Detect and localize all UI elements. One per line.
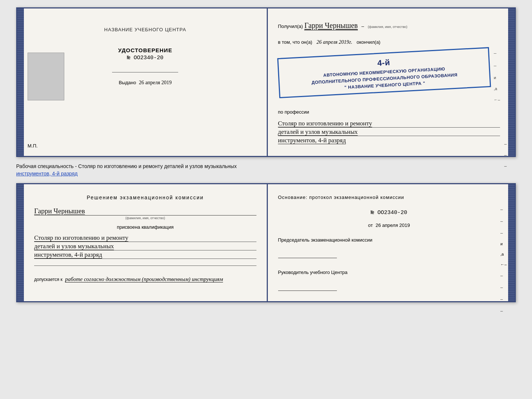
vydano-line: Выдано 26 апреля 2019: [119, 80, 172, 86]
dopuskaetsya-label: допускается к: [34, 277, 62, 282]
bottom-page-left: Решением экзаменационной комиссии Гарри …: [17, 184, 268, 301]
predsedatel-signature-line: [278, 251, 337, 258]
bottom-right-dashes: – – – и ,а ←– – – – –: [500, 206, 507, 314]
profession-line2: деталей и узлов музыкальных: [278, 128, 500, 136]
qual-line3: инструментов, 4-й разряд: [34, 251, 256, 259]
profession-line3: инструментов, 4-й разряд: [278, 137, 500, 144]
right-dashes-top: – – и ,а ←–: [494, 50, 500, 102]
profession-line1: Столяр по изготовлению и ремонту: [278, 120, 500, 128]
udostoverenie-block: УДОСТОВЕРЕНИЕ № OO2340-20: [118, 47, 172, 61]
top-document-spread: НАЗВАНИЕ УЧЕБНОГО ЦЕНТРА УДОСТОВЕРЕНИЕ №…: [16, 7, 516, 157]
mp-label: М.П.: [28, 143, 37, 149]
photo-placeholder: [28, 53, 64, 100]
bottom-person-name: Гарри Чернышев: [34, 207, 256, 215]
vtom-prefix: в том, что он(а): [278, 39, 312, 45]
po-professii-label: по профессии: [278, 109, 500, 115]
top-page-right: Получил(а) Гарри Чернышев – (фамилия, им…: [268, 8, 515, 156]
top-page-left: НАЗВАНИЕ УЧЕБНОГО ЦЕНТРА УДОСТОВЕРЕНИЕ №…: [17, 8, 268, 156]
ot-label: от: [368, 222, 373, 228]
profession-block: Столяр по изготовлению и ремонту деталей…: [278, 120, 500, 145]
dopuskaetsya-block: допускается к работе согласно должностны…: [34, 276, 256, 282]
stamp-block: 4-й АВТОНОМНУЮ НЕКОММЕРЧЕСКУЮ ОРГАНИЗАЦИ…: [277, 47, 491, 98]
rukovoditel-signature-line: [278, 284, 337, 291]
udostoverenie-number: № OO2340-20: [127, 55, 163, 61]
poluchil-prefix: Получил(а): [278, 24, 303, 29]
qualification-block: Столяр по изготовлению и ремонту деталей…: [34, 234, 256, 260]
qual-line2: деталей и узлов музыкальных: [34, 243, 256, 250]
predsedatel-label: Председатель экзаменационной комиссии: [278, 237, 500, 243]
fio-hint-top: (фамилия, имя, отчество): [368, 25, 407, 29]
caption-text2: инструментов, 4-й разряд: [16, 171, 78, 177]
right-dashes-bottom: – – –: [504, 141, 507, 169]
udostoverenie-title: УДОСТОВЕРЕНИЕ: [118, 47, 172, 53]
predsedatel-block: Председатель экзаменационной комиссии: [278, 237, 500, 258]
ot-date-block: от 26 апреля 2019: [278, 222, 500, 228]
document-caption: Рабочая специальность - Столяр по изгото…: [16, 163, 516, 177]
dopuskaetsya-value: работе согласно должностным (производств…: [65, 276, 223, 282]
rukovoditel-block: Руководитель учебного Центра: [278, 269, 500, 291]
protocol-number: № OO2340-20: [278, 210, 500, 216]
poluchil-line: Получил(а) Гарри Чернышев – (фамилия, им…: [278, 21, 500, 31]
bottom-fio-hint: (фамилия, имя, отчество): [34, 216, 256, 220]
prisvoena-text: присвоена квалификация: [34, 224, 256, 230]
vydano-label: Выдано: [119, 80, 136, 85]
okonchil: окончил(а): [356, 39, 380, 45]
bottom-name-block: Гарри Чернышев (фамилия, имя, отчество): [34, 207, 256, 220]
rukovoditel-label: Руководитель учебного Центра: [278, 269, 500, 276]
vydano-date: 26 апреля 2019: [139, 80, 172, 85]
bottom-document-spread: Решением экзаменационной комиссии Гарри …: [16, 183, 516, 302]
osnovanie-text: Основание: протокол экзаменационной коми…: [278, 195, 500, 200]
caption-text1: Рабочая специальность - Столяр по изгото…: [16, 163, 237, 169]
vtom-block: в том, что он(а) 26 апреля 2019г. окончи…: [278, 39, 500, 45]
ot-date: 26 апреля 2019: [375, 222, 410, 228]
bottom-page-right: Основание: протокол экзаменационной коми…: [268, 184, 515, 301]
recipient-name: Гарри Чернышев: [304, 21, 357, 31]
vtom-date: 26 апреля 2019г.: [317, 39, 352, 45]
org-name-label: НАЗВАНИЕ УЧЕБНОГО ЦЕНТРА: [104, 27, 186, 32]
resheniyem-title: Решением экзаменационной комиссии: [34, 195, 256, 200]
qual-line1: Столяр по изготовлению и ремонту: [34, 234, 256, 242]
